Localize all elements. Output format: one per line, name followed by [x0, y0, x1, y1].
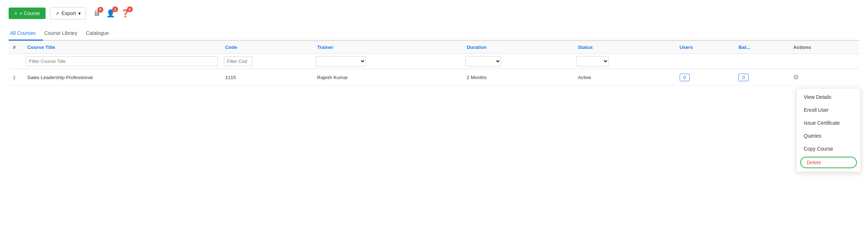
filter-course-title-input[interactable]	[26, 56, 218, 66]
course-table-container: # Course Title Code Trainer Duration Sta…	[9, 41, 859, 86]
actions-dropdown-menu: View Details Enroll User Issue Certifica…	[796, 88, 861, 172]
page-wrapper: + + Course ↗ Export ▾ 🖥 0 👤 1 ❓ 6 All	[0, 0, 868, 225]
row-duration: 2 Months	[462, 69, 574, 86]
monitor-notification-icon[interactable]: 🖥 0	[93, 9, 100, 18]
row-batch: 0	[734, 69, 789, 86]
query-badge: 6	[127, 6, 133, 12]
th-duration[interactable]: Duration	[462, 41, 574, 54]
export-button[interactable]: ↗ Export ▾	[50, 7, 86, 19]
add-course-button[interactable]: + + Course	[9, 8, 46, 19]
dropdown-item-queries[interactable]: Queries	[797, 129, 860, 142]
filter-duration-select[interactable]	[465, 56, 501, 66]
th-status[interactable]: Status	[574, 41, 675, 54]
filter-status-select[interactable]	[576, 56, 609, 66]
plus-icon: +	[14, 10, 17, 16]
th-trainer[interactable]: Trainer	[313, 41, 462, 54]
row-code: 1115	[221, 69, 313, 86]
th-code[interactable]: Code	[221, 41, 313, 54]
filter-course-title-cell	[23, 54, 221, 69]
filter-users-cell	[675, 54, 734, 69]
filter-num-cell	[9, 54, 23, 69]
dropdown-item-delete[interactable]: Delete	[800, 157, 857, 168]
th-actions: Actions	[789, 41, 859, 54]
dropdown-item-view-details[interactable]: View Details	[797, 91, 860, 104]
filter-trainer-select[interactable]	[316, 56, 366, 66]
toolbar: + + Course ↗ Export ▾ 🖥 0 👤 1 ❓ 6	[9, 7, 859, 19]
query-notification-icon[interactable]: ❓ 6	[121, 9, 130, 18]
users-badge: 0	[680, 74, 690, 81]
tabs: All Courses Course Library Catalogue	[9, 27, 859, 41]
filter-actions-cell	[789, 54, 859, 69]
export-arrow-icon: ▾	[78, 10, 81, 16]
export-icon: ↗	[55, 11, 59, 16]
table-header-row: # Course Title Code Trainer Duration Sta…	[9, 41, 859, 54]
tab-course-library[interactable]: Course Library	[43, 27, 85, 41]
tab-catalogue-label: Catalogue	[86, 30, 109, 36]
th-batch[interactable]: Bat...	[734, 41, 789, 54]
filter-status-cell	[574, 54, 675, 69]
row-actions: ⚙	[789, 69, 859, 86]
user-badge: 1	[112, 6, 118, 12]
gear-icon[interactable]: ⚙	[793, 73, 799, 81]
actions-cell: ⚙	[793, 73, 855, 81]
notification-icons: 🖥 0 👤 1 ❓ 6	[93, 9, 130, 18]
filter-row	[9, 54, 859, 69]
monitor-badge: 0	[98, 7, 103, 13]
filter-code-cell	[221, 54, 313, 69]
course-table: # Course Title Code Trainer Duration Sta…	[9, 41, 859, 86]
row-num: 1	[9, 69, 23, 86]
dropdown-item-issue-certificate[interactable]: Issue Certificate	[797, 116, 860, 129]
filter-code-input[interactable]	[224, 56, 253, 66]
dropdown-item-enroll-user[interactable]: Enroll User	[797, 104, 860, 116]
export-label: Export	[61, 10, 76, 16]
dropdown-item-copy-course[interactable]: Copy Course	[797, 142, 860, 155]
row-course-title: Sales Leadership Professional	[23, 69, 221, 86]
th-course-title[interactable]: Course Title	[23, 41, 221, 54]
row-trainer: Rajesh Kumar	[313, 69, 462, 86]
filter-trainer-cell	[313, 54, 462, 69]
add-course-label: + Course	[19, 10, 40, 16]
tab-all-courses-label: All Courses	[10, 30, 36, 36]
th-users[interactable]: Users	[675, 41, 734, 54]
table-row: 1 Sales Leadership Professional 1115 Raj…	[9, 69, 859, 86]
row-status: Active	[574, 69, 675, 86]
tab-all-courses[interactable]: All Courses	[9, 27, 43, 41]
row-users: 0	[675, 69, 734, 86]
filter-duration-cell	[462, 54, 574, 69]
tab-course-library-label: Course Library	[44, 30, 77, 36]
th-num: #	[9, 41, 23, 54]
batch-badge: 0	[739, 74, 749, 81]
user-notification-icon[interactable]: 👤 1	[106, 9, 115, 18]
tab-catalogue[interactable]: Catalogue	[84, 27, 116, 41]
filter-batch-cell	[734, 54, 789, 69]
